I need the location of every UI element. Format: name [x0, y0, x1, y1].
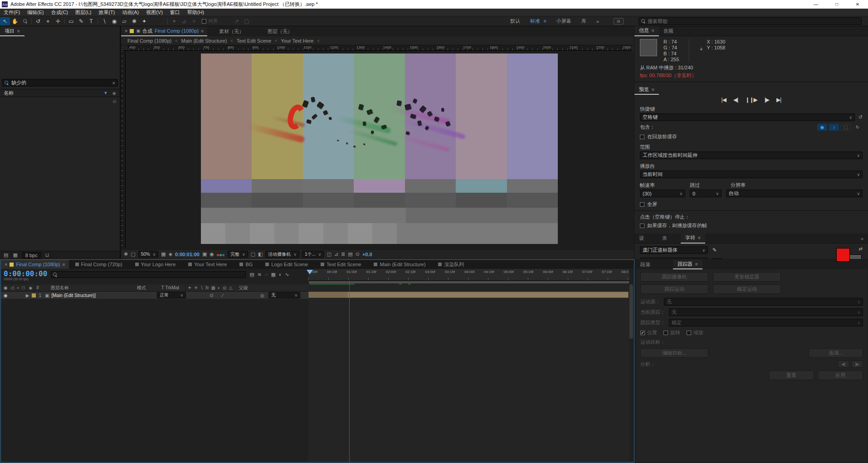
3d-view-dropdown[interactable]: 活动摄像机∨ [265, 251, 299, 258]
range-dropdown[interactable]: 工作区域按当前时间延伸∨ [640, 151, 863, 159]
menu-item[interactable]: 合成(C) [51, 9, 68, 16]
skip-dropdown[interactable]: 0∨ [690, 190, 722, 197]
menu-item[interactable]: 视图(V) [146, 9, 163, 16]
panel-menu-icon[interactable]: ≡ [17, 29, 20, 34]
tab-footage[interactable]: 素材（无） [207, 28, 256, 35]
tab-tracker[interactable]: 跟踪器≡ [673, 259, 702, 269]
composition-viewport[interactable] [121, 51, 634, 249]
transparency-grid-icon[interactable]: ◧ [258, 251, 263, 257]
breadcrumb-item[interactable]: Text Edit Scene [237, 38, 271, 44]
breadcrumb-item[interactable]: Main (Edit Structure) [181, 38, 227, 44]
panel-overflow-icon[interactable]: » [856, 234, 868, 244]
mask-visibility-icon[interactable]: ◈ [169, 251, 172, 257]
timeline-tab[interactable]: Final Comp (720p) [69, 261, 129, 268]
menu-item[interactable]: 帮助(H) [187, 9, 204, 16]
view-layout-dropdown[interactable]: 1个...∨ [302, 251, 324, 258]
current-track-dropdown[interactable]: 无∨ [669, 308, 863, 316]
menu-item[interactable]: 文件(F) [4, 9, 20, 16]
mini-flowchart-icon[interactable]: ▤ [249, 272, 254, 278]
eraser-tool-icon[interactable]: ▱ [119, 17, 129, 25]
motion-source-dropdown[interactable]: 无∨ [664, 298, 863, 306]
timeline-tab-active[interactable]: × Final Comp (1080p) ≡ [1, 260, 69, 269]
timeline-tab[interactable]: 渲染队列 [432, 261, 470, 268]
trash-icon[interactable]: ⊔ [45, 252, 49, 258]
show-snapshot-icon[interactable]: ◉ [210, 251, 214, 257]
last-frame-button[interactable]: ▶| [776, 97, 781, 103]
shy-layers-icon[interactable]: ◌ [265, 272, 268, 278]
timeline-search-box[interactable] [51, 271, 246, 278]
bit-depth-button[interactable]: 8 bpc [22, 252, 41, 258]
magnification-dropdown[interactable]: 50%∨ [138, 251, 159, 258]
menu-item[interactable]: 窗口 [170, 9, 180, 16]
full-screen-checkbox[interactable] [640, 202, 644, 207]
current-time-indicator-line[interactable] [349, 281, 350, 462]
project-column-header[interactable]: 名称 ▼ ◈ [0, 89, 120, 97]
help-search-input[interactable] [648, 19, 859, 24]
selection-tool-icon[interactable]: ↖ [0, 17, 10, 25]
project-search-input[interactable] [11, 80, 110, 86]
workspace-standard[interactable]: 标准 [530, 18, 540, 24]
play-from-dropdown[interactable]: 当前时间∨ [640, 171, 863, 178]
panel-menu-icon[interactable]: ≡ [695, 262, 698, 267]
flowchart-icon[interactable]: ▤ [348, 251, 352, 257]
hand-tool-icon[interactable]: ✋ [10, 17, 20, 25]
layer-label-chip[interactable] [32, 293, 36, 297]
motion-blur-icon[interactable]: ◐ [279, 272, 282, 278]
work-area-bar[interactable] [308, 281, 629, 284]
loop-icon[interactable]: ↻ [853, 124, 863, 131]
viewport-timecode[interactable]: 0:00:01:00 [175, 252, 200, 257]
layer-name-column-label[interactable]: 图层名称 [51, 285, 69, 291]
include-overlays-icon[interactable]: ⬚ [841, 124, 851, 131]
breadcrumb-item[interactable]: Your Text Here [281, 38, 313, 44]
panel-menu-icon[interactable]: ≡ [201, 29, 204, 34]
parent-pickwhip-icon[interactable]: ◎ [260, 293, 264, 298]
tab-audio[interactable]: 音频 [659, 26, 678, 36]
draft-3d-icon[interactable]: ≋ [258, 272, 262, 278]
tab-composition[interactable]: × ▣ 合成 Final Comp (1080p) ≡ [121, 26, 207, 36]
analyze-forward-button[interactable]: |▶ [851, 361, 863, 368]
camera-tool-icon[interactable]: ⌖ [43, 17, 53, 25]
parent-column-label[interactable]: 父级 [239, 285, 248, 291]
time-ruler[interactable]: 0:00f00:15f01:00f01:15f02:00f02:15f03:00… [308, 269, 629, 281]
scale-checkbox[interactable] [687, 331, 691, 335]
next-frame-button[interactable]: |▶ [765, 97, 769, 103]
resolution-dropdown[interactable]: 完整∨ [228, 251, 248, 258]
mode-column-label[interactable]: 模式 [137, 285, 146, 291]
minimize-button[interactable]: — [805, 0, 826, 9]
workspace-small-screen[interactable]: 小屏幕 [556, 18, 571, 24]
rotation-checkbox[interactable] [663, 331, 668, 335]
help-search-box[interactable] [639, 17, 862, 25]
menu-item[interactable]: 效果(T) [98, 9, 115, 16]
shortcut-dropdown[interactable]: 空格键∨ [640, 113, 855, 121]
exposure-value[interactable]: +0.0 [362, 252, 372, 257]
breadcrumb-item[interactable]: Final Comp (1080p) [127, 38, 171, 44]
parent-dropdown[interactable]: 无∨ [268, 292, 300, 298]
close-tab-icon[interactable]: × [125, 28, 127, 34]
layer-visibility-icon[interactable]: ◉ [4, 293, 8, 298]
maximize-button[interactable]: □ [826, 0, 847, 9]
quality-best-icon[interactable]: ∕ [222, 293, 223, 298]
font-family-dropdown[interactable]: 庞门正道标题体∨ [640, 246, 708, 254]
eyedropper-icon[interactable]: ✎ [712, 247, 717, 253]
panel-menu-icon[interactable]: ≡ [652, 87, 654, 92]
workspace-menu-icon[interactable]: ≡ [544, 19, 546, 24]
tab-library[interactable]: 库 [658, 234, 672, 244]
menu-item[interactable]: 编辑(E) [27, 9, 44, 16]
brush-tool-icon[interactable]: ∖ [99, 17, 109, 25]
timeline-tab[interactable]: Your Text Here [182, 261, 233, 268]
close-button[interactable]: ✕ [847, 0, 868, 9]
previous-frame-button[interactable]: ◀| [733, 97, 738, 103]
exposure-reset-icon[interactable]: ⊙ [356, 251, 360, 257]
pen-tool-icon[interactable]: ✎ [76, 17, 86, 25]
first-frame-button[interactable]: |◀ [722, 97, 726, 103]
play-cached-checkbox[interactable] [640, 224, 644, 228]
grid-guides-icon[interactable]: ▦ [161, 251, 166, 257]
tab-info[interactable]: 信息≡ [634, 26, 659, 36]
thumbnail-icon[interactable]: ▦ [13, 252, 17, 258]
track-area[interactable] [308, 284, 629, 462]
shape-tool-icon[interactable]: ▭ [66, 17, 76, 25]
zoom-tool-icon[interactable] [20, 17, 30, 25]
lock-icon[interactable]: ▣ [136, 29, 140, 33]
reset-button[interactable]: 重置 [769, 370, 814, 380]
menu-item[interactable]: 动画(A) [122, 9, 139, 16]
